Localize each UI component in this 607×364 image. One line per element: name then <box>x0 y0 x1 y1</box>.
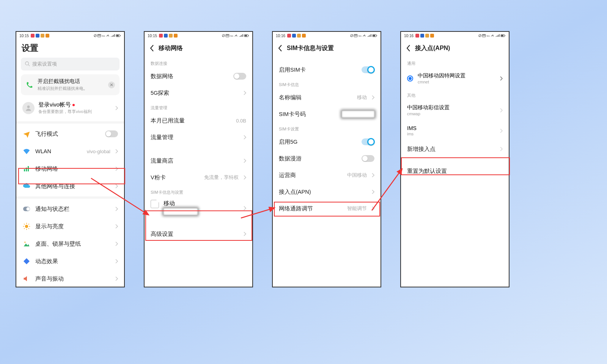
row-data-shop[interactable]: 流量商店 <box>145 152 252 169</box>
chevron-right-icon <box>243 206 246 210</box>
row-add-apn[interactable]: 新增接入点 <box>401 141 509 157</box>
red-dot-icon <box>72 104 75 106</box>
status-app-icon <box>297 34 301 38</box>
svg-rect-6 <box>116 35 119 36</box>
avatar-icon <box>22 102 35 114</box>
row-label: 接入点(APN) <box>279 188 367 196</box>
row-animation-effects[interactable]: 动态效果 <box>16 253 124 270</box>
svg-line-8 <box>28 64 30 66</box>
row-data-network[interactable]: 数据网络 <box>145 68 252 85</box>
settings-search[interactable]: 搜索设置项 <box>21 58 120 71</box>
chevron-right-icon <box>371 206 374 211</box>
row-enable-sim[interactable]: 启用SIM卡 <box>273 61 381 78</box>
row-label: 运营商 <box>279 172 343 179</box>
wifi-icon <box>22 147 31 155</box>
apn-title: 中国移动彩信设置 <box>407 104 495 111</box>
row-wlan[interactable]: WLAN vivo-global <box>16 143 124 160</box>
row-apn-cmnet[interactable]: 中国移动因特网设置 cmnet <box>401 68 509 89</box>
page-title: 移动网络 <box>159 44 183 52</box>
apn-subtitle: cmwap <box>407 111 495 116</box>
svg-text:5G: 5G <box>230 35 233 37</box>
back-icon[interactable] <box>278 45 282 52</box>
status-clock: 10:15 <box>19 34 29 38</box>
data-network-toggle[interactable] <box>233 73 246 80</box>
row-label: 数据漫游 <box>279 155 357 162</box>
search-icon <box>25 61 30 67</box>
row-sim-card[interactable]: 移动 <box>145 197 252 222</box>
chevron-right-icon <box>115 184 118 188</box>
status-app-icon <box>420 34 424 38</box>
phone-screen-settings: 10:15 5G 设置 搜索设置项 <box>16 31 125 287</box>
svg-text:5G: 5G <box>487 35 490 37</box>
apn-subtitle: cmnet <box>418 80 495 84</box>
row-airplane-mode[interactable]: 飞行模式 <box>16 125 124 143</box>
row-advanced[interactable]: 高级设置 <box>145 226 252 242</box>
section-label: 流量管理 <box>145 101 252 112</box>
status-clock: 10:15 <box>148 34 157 38</box>
status-app-icon <box>174 34 178 38</box>
row-sound[interactable]: 声音与振动 <box>16 270 124 287</box>
chevron-right-icon <box>115 106 118 110</box>
chevron-right-icon <box>500 108 503 113</box>
page-title: 设置 <box>22 42 38 54</box>
status-app-icon <box>36 34 39 38</box>
svg-rect-31 <box>245 35 247 36</box>
row-name-edit[interactable]: 名称编辑 移动 <box>273 89 381 106</box>
svg-rect-5 <box>120 35 121 36</box>
enable-5g-toggle[interactable] <box>362 138 374 145</box>
row-data-used[interactable]: 本月已用流量 0.0B <box>145 112 252 129</box>
row-v-card[interactable]: V粉卡 免流量，享特权 <box>145 169 252 186</box>
row-reset-apn[interactable]: 重置为默认设置 <box>401 163 509 179</box>
row-wallpaper[interactable]: 桌面、锁屏与壁纸 <box>16 235 124 253</box>
section-label: SIM卡信息与设置 <box>145 186 252 197</box>
row-notifications[interactable]: 通知与状态栏 <box>16 200 124 218</box>
row-data-roaming[interactable]: 数据漫游 <box>273 150 381 167</box>
row-carrier[interactable]: 运营商 中国移动 <box>273 167 381 184</box>
row-enable-5g[interactable]: 启用5G <box>273 133 381 150</box>
row-mobile-network[interactable]: 移动网络 <box>16 160 124 177</box>
status-bar: 10:15 5G <box>16 32 124 39</box>
section-label: SIM卡设置 <box>273 122 381 133</box>
status-app-icon <box>46 34 49 38</box>
search-placeholder: 搜索设置项 <box>32 61 57 67</box>
row-label: 显示与亮度 <box>35 223 110 230</box>
chevron-right-icon <box>371 173 374 177</box>
row-label: 其他网络与连接 <box>35 183 110 190</box>
svg-rect-12 <box>28 166 29 171</box>
page-header: 设置 <box>16 39 124 57</box>
row-apn[interactable]: 接入点(APN) <box>273 184 381 200</box>
phone-icon <box>25 81 34 89</box>
row-label: 数据网络 <box>151 73 229 80</box>
sim-card-icon <box>151 200 159 208</box>
back-icon[interactable] <box>406 45 410 52</box>
svg-rect-45 <box>501 35 503 36</box>
airplane-toggle[interactable] <box>105 130 118 137</box>
row-data-management[interactable]: 流量管理 <box>145 129 252 146</box>
airplane-icon <box>22 130 31 138</box>
status-bar: 10:15 5G <box>145 32 252 39</box>
chevron-right-icon <box>243 135 246 140</box>
row-display[interactable]: 显示与亮度 <box>16 218 124 235</box>
roaming-toggle[interactable] <box>362 155 374 162</box>
row-network-path[interactable]: 网络通路调节 智能调节 <box>273 200 381 217</box>
row-apn-ims[interactable]: IMS ims <box>401 121 509 141</box>
chevron-right-icon <box>500 76 503 81</box>
status-app-icon <box>287 34 291 38</box>
status-network-icons: 5G <box>478 33 506 38</box>
svg-point-14 <box>27 207 30 211</box>
banner-close-icon[interactable]: ✕ <box>108 82 115 88</box>
row-5g-explore[interactable]: 5G探索 <box>145 85 252 101</box>
block-calls-banner[interactable]: 开启拦截骚扰电话 精准识别并拦截骚扰来电。 ✕ <box>21 74 120 95</box>
enable-sim-toggle[interactable] <box>362 66 374 73</box>
row-apn-cmwap[interactable]: 中国移动彩信设置 cmwap <box>401 100 509 121</box>
row-label: 飞行模式 <box>35 130 101 138</box>
row-sim-number[interactable]: SIM卡号码 <box>273 106 381 122</box>
row-other-connections[interactable]: 其他网络与连接 <box>16 177 124 195</box>
account-row[interactable]: 登录vivo帐号 备份重要数据，尊享vivo福利 <box>21 99 120 117</box>
row-value: 智能调节 <box>347 205 367 212</box>
row-label: 高级设置 <box>151 231 239 238</box>
back-icon[interactable] <box>150 45 154 52</box>
chevron-right-icon <box>115 207 118 211</box>
status-app-icon <box>31 34 35 38</box>
radio-selected-icon[interactable] <box>407 75 413 82</box>
